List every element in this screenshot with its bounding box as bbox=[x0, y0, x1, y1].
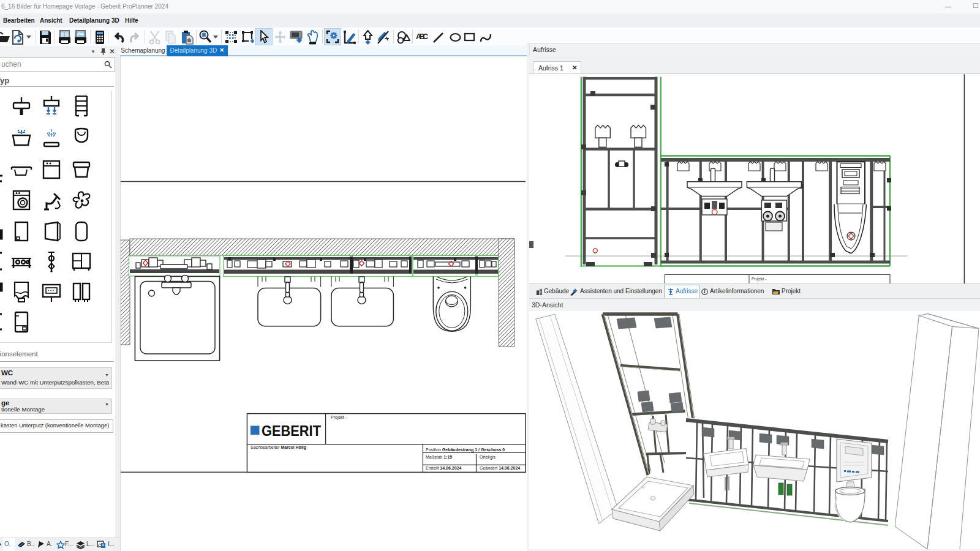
svg-text:GEBERIT: GEBERIT bbox=[262, 422, 321, 439]
svg-text:ABC: ABC bbox=[416, 32, 428, 40]
svg-text:Geändert 14.06.2024: Geändert 14.06.2024 bbox=[480, 466, 520, 470]
svg-text:Maßstab 1:15: Maßstab 1:15 bbox=[426, 455, 452, 459]
svg-text:Erstellt 14.06.2024: Erstellt 14.06.2024 bbox=[426, 466, 461, 470]
svg-text:Projekt -: Projekt - bbox=[752, 277, 766, 282]
svg-text:Projekt -: Projekt - bbox=[331, 415, 347, 420]
svg-text:Position Gebäudestrang 1 / Ges: Position Gebäudestrang 1 / Geschoss 0 bbox=[426, 448, 505, 452]
svg-text:Sachbearbeiter Marcel Hölig: Sachbearbeiter Marcel Hölig bbox=[251, 445, 306, 450]
svg-text:Ortel/gis: Ortel/gis bbox=[480, 455, 496, 460]
